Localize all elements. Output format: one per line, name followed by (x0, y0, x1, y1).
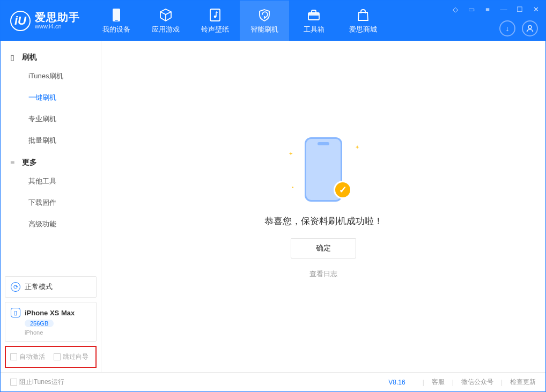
checkbox-label: 自动激活 (19, 352, 45, 361)
cube-icon (159, 8, 173, 23)
version-label: V8.16 (388, 379, 405, 386)
checkbox-label: 阻止iTunes运行 (19, 378, 64, 387)
checkbox-skip-guide[interactable]: 跳过向导 (54, 352, 88, 361)
checkbox-label: 跳过向导 (63, 352, 88, 361)
sparkle-icon: • (292, 184, 294, 190)
sidebar-cards: ⟳ 正常模式 ▯ iPhone XS Max 256GB iPhone 自动激活 (1, 272, 101, 372)
tab-my-device[interactable]: 我的设备 (92, 1, 141, 41)
toolbox-icon (307, 8, 321, 23)
header-actions: ↓ (499, 20, 538, 36)
minimize-icon[interactable]: — (498, 4, 509, 14)
sidebar-item-batch-flash[interactable]: 批量刷机 (1, 130, 101, 151)
sidebar-group-flash: ▯ 刷机 (1, 46, 101, 65)
svg-rect-5 (308, 13, 319, 16)
user-icon[interactable] (522, 20, 538, 36)
device-icon: ▯ (10, 53, 18, 62)
list-icon: ≡ (10, 158, 18, 167)
group-title: 刷机 (22, 53, 37, 62)
feedback-icon[interactable]: ▭ (466, 4, 477, 14)
logo-icon: iU (10, 11, 31, 31)
checkbox-icon (10, 379, 17, 386)
separator: | (452, 379, 454, 386)
device-type: iPhone (25, 329, 91, 336)
tab-label: 铃声壁纸 (201, 25, 229, 34)
mode-card[interactable]: ⟳ 正常模式 (5, 276, 97, 298)
checkbox-icon (10, 353, 17, 360)
group-title: 更多 (22, 158, 37, 167)
close-icon[interactable]: ✕ (530, 4, 541, 14)
tab-label: 工具箱 (304, 25, 324, 34)
checkbox-stop-itunes[interactable]: 阻止iTunes运行 (10, 378, 64, 387)
titlebar: iU 爱思助手 www.i4.cn 我的设备 应用游戏 铃声壁纸 智能刷机 (1, 1, 545, 41)
sidebar-item-advanced[interactable]: 高级功能 (1, 213, 101, 235)
svg-point-3 (214, 15, 217, 18)
tab-apps-games[interactable]: 应用游戏 (141, 1, 190, 41)
tab-store[interactable]: 爱思商城 (338, 1, 388, 41)
music-icon (209, 8, 222, 23)
checkbox-icon (54, 353, 61, 360)
maximize-icon[interactable]: ☐ (514, 4, 525, 14)
svg-rect-0 (113, 9, 120, 21)
app-name: 爱思助手 (35, 12, 80, 23)
separator: | (423, 379, 424, 386)
skin-icon[interactable]: ◇ (450, 4, 461, 14)
device-card[interactable]: ▯ iPhone XS Max 256GB iPhone (5, 302, 97, 342)
device-icon: ▯ (11, 308, 20, 317)
sidebar-item-oneclick-flash[interactable]: 一键刷机 (1, 87, 101, 108)
storage-badge: 256GB (25, 320, 54, 327)
sidebar-scroll: ▯ 刷机 iTunes刷机 一键刷机 专业刷机 批量刷机 ≡ 更多 其他工具 下… (1, 41, 101, 272)
sidebar-item-pro-flash[interactable]: 专业刷机 (1, 108, 101, 130)
footer: 阻止iTunes运行 V8.16 | 客服 | 微信公众号 | 检查更新 (1, 372, 545, 391)
window-controls: ◇ ▭ ≡ — ☐ ✕ (450, 4, 541, 14)
tab-label: 爱思商城 (349, 25, 377, 34)
main-content: ✦ ✦ • ✓ 恭喜您，保资料刷机成功啦！ 确定 查看日志 (101, 41, 545, 372)
tab-ringtones[interactable]: 铃声壁纸 (190, 1, 240, 41)
logo: iU 爱思助手 www.i4.cn (1, 1, 92, 41)
sparkle-icon: ✦ (355, 144, 359, 150)
app-url: www.i4.cn (35, 24, 80, 29)
tab-smart-flash[interactable]: 智能刷机 (240, 1, 289, 41)
tab-label: 我的设备 (102, 25, 130, 34)
app-window: iU 爱思助手 www.i4.cn 我的设备 应用游戏 铃声壁纸 智能刷机 (0, 0, 546, 392)
phone-icon (110, 8, 122, 23)
sidebar: ▯ 刷机 iTunes刷机 一键刷机 专业刷机 批量刷机 ≡ 更多 其他工具 下… (1, 41, 101, 372)
svg-rect-2 (210, 9, 220, 21)
svg-rect-1 (115, 20, 118, 21)
separator: | (501, 379, 503, 386)
footer-link-update[interactable]: 检查更新 (510, 378, 536, 387)
check-icon: ✓ (334, 181, 352, 199)
sparkle-icon: ✦ (289, 151, 293, 157)
footer-link-support[interactable]: 客服 (432, 378, 445, 387)
mode-label: 正常模式 (25, 282, 53, 292)
mode-icon: ⟳ (11, 282, 20, 292)
checkbox-auto-activate[interactable]: 自动激活 (10, 352, 45, 361)
view-log-link[interactable]: 查看日志 (309, 269, 337, 279)
tab-label: 智能刷机 (250, 25, 278, 34)
footer-link-wechat[interactable]: 微信公众号 (461, 378, 493, 387)
logo-text: 爱思助手 www.i4.cn (35, 12, 80, 29)
main-tabs: 我的设备 应用游戏 铃声壁纸 智能刷机 工具箱 爱思商城 (92, 1, 388, 41)
tab-label: 应用游戏 (152, 25, 180, 34)
menu-icon[interactable]: ≡ (482, 4, 493, 14)
body: ▯ 刷机 iTunes刷机 一键刷机 专业刷机 批量刷机 ≡ 更多 其他工具 下… (1, 41, 545, 372)
bag-icon (357, 8, 370, 23)
sidebar-item-other-tools[interactable]: 其他工具 (1, 171, 101, 192)
device-name: iPhone XS Max (25, 309, 75, 317)
svg-point-6 (528, 26, 532, 29)
success-message: 恭喜您，保资料刷机成功啦！ (264, 215, 383, 227)
sidebar-item-download-firmware[interactable]: 下载固件 (1, 192, 101, 213)
ok-button[interactable]: 确定 (291, 238, 356, 258)
download-icon[interactable]: ↓ (499, 20, 515, 36)
sidebar-item-itunes-flash[interactable]: iTunes刷机 (1, 65, 101, 87)
highlight-box: 自动激活 跳过向导 (5, 346, 97, 368)
sidebar-group-more: ≡ 更多 (1, 151, 101, 171)
shield-icon (257, 8, 271, 23)
success-illustration: ✦ ✦ • ✓ (299, 135, 348, 204)
tab-toolbox[interactable]: 工具箱 (289, 1, 338, 41)
